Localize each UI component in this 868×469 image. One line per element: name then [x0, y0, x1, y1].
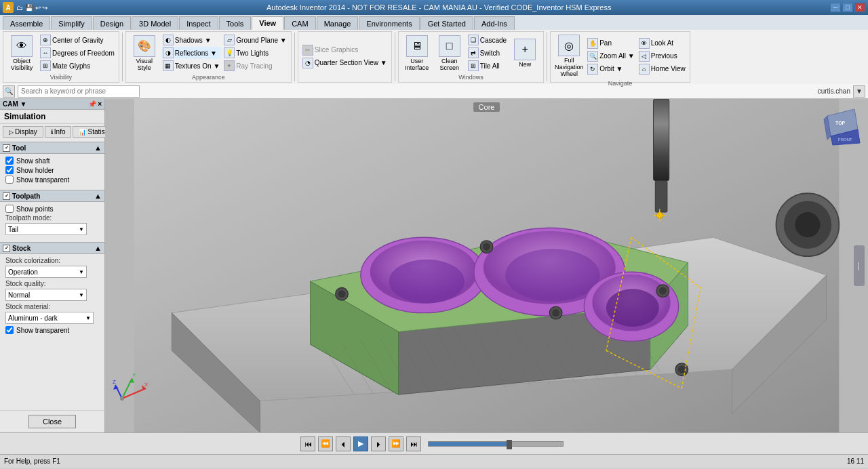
cascade-button[interactable]: ❑Cascade	[467, 34, 508, 46]
step-forward-fast-button[interactable]: ⏩	[389, 436, 403, 451]
show-transparent-stock-checkbox[interactable]	[5, 326, 14, 334]
panel-pin-button[interactable]: 📌	[88, 100, 96, 108]
center-of-gravity-button[interactable]: ⊕Center of Gravity	[39, 34, 116, 46]
tab-design[interactable]: Design	[93, 16, 131, 30]
tile-all-button[interactable]: ⊞Tile All	[467, 60, 508, 72]
windows-label: Windows	[458, 73, 484, 81]
stock-colorization-dropdown[interactable]: Operation ▼	[5, 266, 87, 278]
ray-tracing-button[interactable]: ✦Ray Tracing	[222, 60, 288, 72]
close-button[interactable]: ✕	[854, 3, 865, 12]
scroll-indicator[interactable]: │	[854, 245, 865, 286]
tab-view[interactable]: View	[252, 16, 283, 30]
svg-point-70	[120, 396, 124, 401]
toolpath-collapse-icon: ▲	[94, 192, 102, 200]
minimize-button[interactable]: ─	[830, 3, 841, 12]
switch-button[interactable]: ⇄Switch	[467, 47, 508, 59]
clean-screen-button[interactable]: □ CleanScreen	[434, 34, 465, 73]
tab-simplify[interactable]: Simplify	[51, 16, 92, 30]
step-forward-button[interactable]: ⏵	[371, 436, 386, 451]
skip-start-button[interactable]: ⏮	[300, 436, 315, 451]
show-points-checkbox[interactable]	[5, 205, 14, 213]
home-view-button[interactable]: ⌂Home View	[637, 63, 687, 75]
step-back-button[interactable]: ⏴	[336, 436, 351, 451]
stock-colorization-value: Operation	[8, 268, 38, 276]
orbit-button[interactable]: ↻Orbit ▼	[586, 63, 636, 75]
show-holder-checkbox[interactable]	[5, 166, 14, 174]
svg-point-41	[659, 287, 667, 295]
ground-icon: ▱	[224, 35, 235, 45]
progress-track[interactable]	[428, 441, 564, 447]
two-lights-button[interactable]: 💡Two Lights	[222, 47, 288, 59]
show-shaft-checkbox[interactable]	[5, 157, 14, 165]
skip-end-button[interactable]: ⏭	[406, 436, 421, 451]
tool-collapse-icon: ▲	[94, 144, 102, 152]
tab-3dmodel[interactable]: 3D Model	[132, 16, 178, 30]
tab-inspect[interactable]: Inspect	[179, 16, 218, 30]
svg-point-43	[678, 366, 686, 373]
cascade-icon: ❑	[468, 35, 479, 45]
stock-material-label: Stock material:	[5, 303, 99, 310]
quarter-section-button[interactable]: ◔Quarter Section View ▼	[301, 57, 389, 69]
degrees-of-freedom-button[interactable]: ↔Degrees of Freedom	[39, 47, 116, 59]
show-transparent-tool-row: Show transparent	[5, 176, 99, 184]
tab-info[interactable]: ℹ Info	[45, 126, 72, 138]
status-bar: For Help, press F1 16 11	[0, 454, 868, 468]
tab-manage[interactable]: Manage	[317, 16, 359, 30]
section-tool-header[interactable]: ✓ Tool ▲	[0, 142, 104, 154]
new-window-button[interactable]: + New	[509, 37, 540, 69]
home-icon: ⌂	[639, 64, 650, 75]
zoom-all-button[interactable]: 🔍Zoom All ▼	[586, 50, 636, 62]
view-cube[interactable]: TOP FRONT	[821, 106, 861, 146]
previous-button[interactable]: ◁Previous	[637, 50, 687, 62]
tab-tools[interactable]: Tools	[219, 16, 252, 30]
section-toolpath-header[interactable]: ✓ Toolpath ▲	[0, 190, 104, 202]
shadows-button[interactable]: ◐Shadows ▼	[161, 34, 222, 46]
tab-display[interactable]: ▷ Display	[3, 126, 43, 138]
ground-plane-button[interactable]: ▱Ground Plane ▼	[222, 34, 288, 46]
reflections-button[interactable]: ◑Reflections ▼	[161, 47, 222, 59]
look-at-button[interactable]: 👁Look At	[637, 37, 687, 49]
show-transparent-tool-checkbox[interactable]	[5, 176, 14, 184]
colorization-arrow: ▼	[79, 269, 84, 275]
slice-icon: ✂	[302, 45, 313, 56]
toolpath-mode-dropdown[interactable]: Tail ▼	[5, 223, 87, 235]
visual-style-button[interactable]: 🎨 Visual Style	[129, 34, 160, 73]
mate-glyphs-button[interactable]: ⊞Mate Glyphs	[39, 60, 116, 72]
step-back-fast-button[interactable]: ⏪	[318, 436, 333, 451]
tab-assemble[interactable]: Assemble	[3, 16, 50, 30]
visibility-group-content: 👁 ObjectVisibility ⊕Center of Gravity ↔D…	[6, 33, 116, 73]
dof-icon: ↔	[40, 47, 51, 58]
stock-quality-dropdown[interactable]: Normal ▼	[5, 289, 87, 301]
textures-button[interactable]: ▦Textures On ▼	[161, 60, 222, 72]
search-input[interactable]	[18, 85, 140, 98]
tab-environments[interactable]: Environments	[359, 16, 419, 30]
section-stock-header[interactable]: ✓ Stock ▲	[0, 242, 104, 254]
pan-button[interactable]: ✋Pan	[586, 37, 636, 49]
maximize-button[interactable]: □	[842, 3, 853, 12]
viewport[interactable]: Core TOP FRONT X Y	[105, 99, 868, 432]
progress-thumb[interactable]	[507, 440, 512, 449]
coordinates: 16 11	[847, 457, 864, 465]
nav-arrows: │	[854, 245, 865, 286]
play-button[interactable]: ▶	[353, 436, 368, 451]
tool-section-check: ✓	[3, 144, 10, 152]
viewport-title: Core	[473, 102, 500, 112]
close-panel-button[interactable]: Close	[28, 415, 76, 428]
navigate-label: Navigate	[608, 79, 633, 87]
tab-getstarted[interactable]: Get Started	[420, 16, 473, 30]
user-menu-button[interactable]: ▼	[853, 85, 865, 98]
full-nav-wheel-button[interactable]: ◎ Full NavigationWheel	[553, 33, 585, 79]
panel-close-icon[interactable]: ×	[98, 100, 102, 108]
user-interface-button[interactable]: 🖥 UserInterface	[401, 34, 433, 73]
slice-graphics-button[interactable]: ✂Slice Graphics	[301, 44, 389, 56]
toolpath-dropdown-arrow: ▼	[79, 226, 84, 232]
search-button[interactable]: 🔍	[3, 85, 15, 98]
stock-material-dropdown[interactable]: Aluminum - dark ▼	[5, 312, 94, 324]
visual-style-icon: 🎨	[134, 35, 155, 57]
navwheel-icon: ◎	[558, 35, 580, 56]
tab-cam[interactable]: CAM	[284, 16, 315, 30]
object-visibility-button[interactable]: 👁 ObjectVisibility	[6, 34, 37, 73]
tab-addins[interactable]: Add-Ins	[474, 16, 515, 30]
title-menu-icons: 🗂 💾 ↩ ↪	[16, 4, 47, 12]
lookat-icon: 👁	[639, 38, 650, 49]
